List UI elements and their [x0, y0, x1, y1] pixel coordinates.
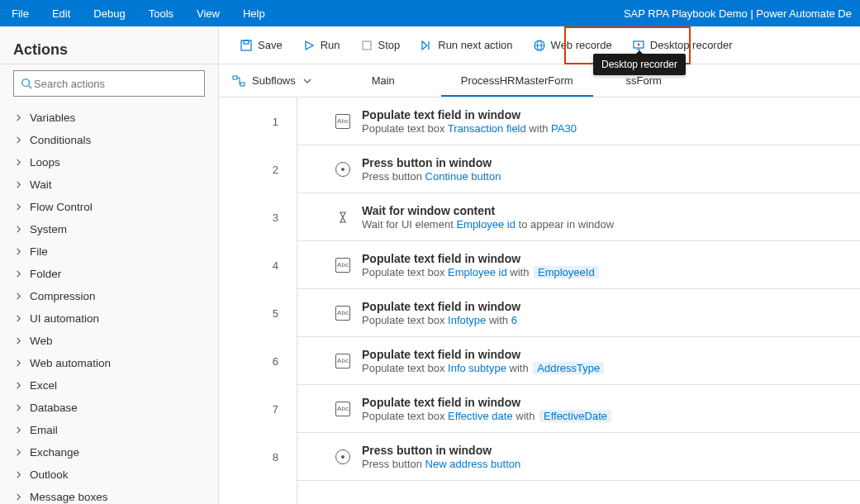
step-row[interactable]: AbcPopulate text field in windowPopulate…: [297, 97, 860, 145]
tab-ssform[interactable]: ssForm: [593, 64, 682, 97]
svg-rect-14: [233, 76, 237, 79]
svg-marker-4: [306, 41, 313, 50]
svg-point-16: [341, 168, 344, 171]
subflows-label: Subflows: [252, 74, 296, 87]
svg-rect-15: [240, 83, 245, 86]
ui-element-link[interactable]: Employee id: [456, 218, 516, 231]
subflows-icon: [232, 74, 245, 88]
steps-list: AbcPopulate text field in windowPopulate…: [297, 97, 860, 504]
workspace: 12345678 AbcPopulate text field in windo…: [219, 97, 860, 504]
menu-help[interactable]: Help: [231, 0, 277, 26]
run-button[interactable]: Run: [292, 26, 350, 64]
tab-processhrmasterform[interactable]: ProcessHRMasterForm: [441, 64, 593, 97]
actions-sidebar: Actions VariablesConditionalsLoopsWaitFl…: [0, 26, 219, 504]
category-variables[interactable]: Variables: [0, 107, 218, 129]
chevron-right-icon: [15, 426, 23, 434]
button-icon: [335, 449, 350, 464]
step-gutter: 12345678: [219, 97, 297, 504]
category-excel[interactable]: Excel: [0, 374, 218, 397]
ui-element-link[interactable]: Transaction field: [448, 122, 526, 135]
value-link[interactable]: PA30: [551, 122, 577, 135]
value-link[interactable]: 6: [511, 314, 517, 326]
step-number: 1: [219, 97, 297, 145]
ui-element-link[interactable]: Employee id: [448, 266, 507, 278]
step-title: Wait for window content: [362, 204, 614, 217]
category-system[interactable]: System: [0, 218, 218, 240]
variable-pill[interactable]: EffectiveDate: [539, 410, 611, 422]
chevron-right-icon: [15, 382, 23, 389]
category-exchange[interactable]: Exchange: [0, 441, 218, 464]
category-web[interactable]: Web: [0, 330, 218, 352]
step-row[interactable]: AbcPopulate text field in windowPopulate…: [297, 337, 860, 385]
textfield-icon: Abc: [335, 354, 350, 368]
step-title: Populate text field in window: [362, 300, 520, 313]
step-description: Press button New address button: [362, 458, 520, 470]
menu-edit[interactable]: Edit: [40, 0, 82, 26]
desktop-recorder-label: Desktop recorder: [650, 39, 733, 51]
ui-element-link[interactable]: New address button: [425, 458, 521, 470]
chevron-right-icon: [15, 181, 23, 188]
category-loops[interactable]: Loops: [0, 151, 218, 174]
menu-tools[interactable]: Tools: [137, 0, 185, 26]
chevron-right-icon: [15, 404, 23, 411]
category-compression[interactable]: Compression: [0, 285, 218, 307]
chevron-right-icon: [15, 493, 23, 501]
ui-element-link[interactable]: Info subtype: [448, 362, 506, 374]
stop-button[interactable]: Stop: [350, 26, 411, 64]
subflows-button[interactable]: Subflows: [219, 64, 325, 97]
step-row[interactable]: AbcPopulate text field in windowPopulate…: [297, 289, 860, 337]
menu-debug[interactable]: Debug: [82, 0, 136, 26]
variable-pill[interactable]: EmployeeId: [534, 266, 599, 278]
menubar: FileEditDebugToolsViewHelp SAP RPA Playb…: [0, 0, 860, 26]
step-description: Populate text box Infotype with 6: [362, 314, 520, 326]
search-actions-box[interactable]: [13, 70, 205, 97]
run-next-icon: [420, 39, 433, 52]
step-row[interactable]: Press button in windowPress button Conti…: [297, 145, 860, 193]
variable-pill[interactable]: AddressType: [533, 362, 604, 374]
chevron-right-icon: [15, 292, 23, 300]
textfield-icon: Abc: [335, 114, 350, 129]
chevron-right-icon: [15, 248, 23, 255]
save-label: Save: [258, 39, 283, 51]
ui-element-link[interactable]: Infotype: [448, 314, 486, 326]
step-number: 8: [219, 433, 297, 481]
step-row[interactable]: AbcPopulate text field in windowPopulate…: [297, 385, 860, 433]
step-row[interactable]: AbcPopulate text field in windowPopulate…: [297, 241, 860, 289]
svg-rect-2: [241, 40, 251, 50]
button-icon: [335, 162, 350, 177]
category-conditionals[interactable]: Conditionals: [0, 129, 218, 151]
category-outlook[interactable]: Outlook: [0, 464, 218, 486]
step-number: 5: [219, 289, 297, 337]
run-next-button[interactable]: Run next action: [410, 26, 522, 64]
tab-main[interactable]: Main: [325, 64, 441, 97]
category-file[interactable]: File: [0, 240, 218, 263]
category-email[interactable]: Email: [0, 419, 218, 441]
category-wait[interactable]: Wait: [0, 174, 218, 196]
step-title: Populate text field in window: [362, 252, 599, 265]
category-web-automation[interactable]: Web automation: [0, 352, 218, 374]
web-recorder-label: Web recorde: [551, 39, 612, 51]
search-input[interactable]: [32, 77, 197, 91]
menu-file[interactable]: File: [0, 0, 40, 26]
chevron-right-icon: [15, 270, 23, 278]
step-title: Press button in window: [362, 156, 501, 169]
category-ui-automation[interactable]: UI automation: [0, 307, 218, 330]
step-row[interactable]: Wait for window contentWait for UI eleme…: [297, 193, 860, 241]
textfield-icon: Abc: [335, 258, 350, 273]
svg-point-17: [341, 455, 344, 459]
ui-element-link[interactable]: Effective date: [448, 410, 513, 422]
svg-line-1: [29, 86, 32, 89]
category-message-boxes[interactable]: Message boxes: [0, 486, 218, 504]
category-folder[interactable]: Folder: [0, 263, 218, 285]
step-title: Populate text field in window: [362, 348, 604, 361]
menu-view[interactable]: View: [185, 0, 231, 26]
chevron-right-icon: [15, 337, 23, 345]
ui-element-link[interactable]: Continue button: [425, 170, 501, 183]
save-button[interactable]: Save: [230, 26, 292, 64]
step-row[interactable]: Press button in windowPress button New a…: [297, 433, 860, 481]
hourglass-icon: [335, 210, 350, 225]
chevron-right-icon: [15, 114, 23, 121]
chevron-right-icon: [15, 315, 23, 322]
category-flow-control[interactable]: Flow Control: [0, 196, 218, 218]
category-database[interactable]: Database: [0, 397, 218, 419]
